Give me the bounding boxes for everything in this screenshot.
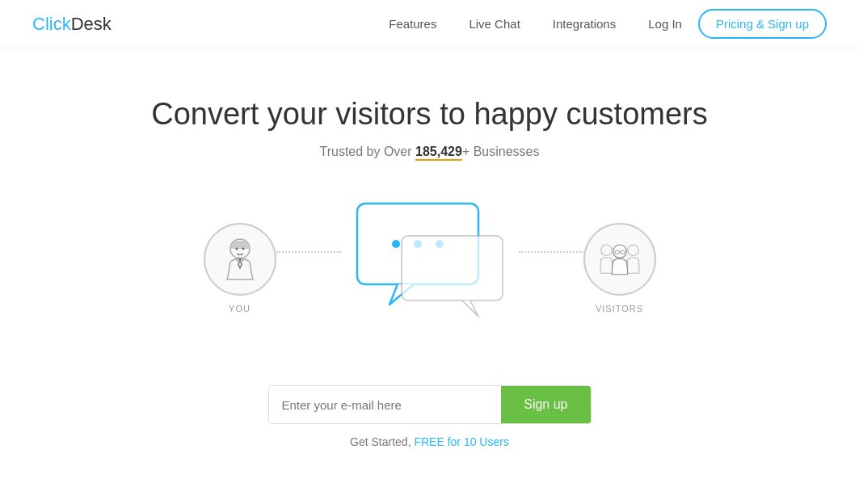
visitors-icon bbox=[596, 231, 644, 288]
navbar: ClickDesk Features Live Chat Integration… bbox=[0, 0, 859, 48]
subtitle-number: 185,429 bbox=[415, 145, 462, 161]
visitors-container: VISITORS bbox=[583, 223, 656, 313]
get-started-text: Get Started, FREE for 10 Users bbox=[350, 435, 509, 448]
chat-bubble-svg bbox=[349, 200, 511, 337]
logo-click: Click bbox=[32, 14, 71, 34]
you-container: YOU bbox=[204, 223, 276, 313]
hero-subtitle: Trusted by Over 185,429+ Businesses bbox=[319, 145, 539, 159]
signup-form: Sign up bbox=[268, 385, 592, 424]
chat-bubble-area bbox=[349, 200, 511, 337]
visitors-label: VISITORS bbox=[596, 304, 643, 313]
logo[interactable]: ClickDesk bbox=[32, 14, 112, 35]
you-avatar bbox=[204, 223, 276, 296]
nav-links: Features Live Chat Integrations bbox=[389, 17, 616, 31]
you-person-icon bbox=[216, 231, 264, 288]
free-users-link[interactable]: FREE for 10 Users bbox=[414, 435, 508, 448]
signup-button[interactable]: Sign up bbox=[501, 386, 590, 423]
nav-login[interactable]: Log In bbox=[648, 17, 682, 31]
nav-features[interactable]: Features bbox=[389, 17, 436, 31]
illustration: YOU bbox=[147, 200, 713, 337]
email-input[interactable] bbox=[269, 386, 502, 423]
svg-point-5 bbox=[392, 240, 400, 248]
nav-integrations[interactable]: Integrations bbox=[553, 17, 616, 31]
svg-point-1 bbox=[235, 248, 238, 250]
svg-rect-8 bbox=[402, 236, 503, 300]
dotted-line-left bbox=[276, 251, 341, 253]
svg-point-10 bbox=[627, 245, 638, 256]
nav-livechat[interactable]: Live Chat bbox=[469, 17, 520, 31]
you-label: YOU bbox=[229, 304, 251, 313]
subtitle-prefix: Trusted by Over bbox=[319, 145, 415, 158]
dotted-line-right bbox=[519, 251, 583, 253]
subtitle-suffix: + Businesses bbox=[462, 145, 540, 158]
hero-title: Convert your visitors to happy customers bbox=[151, 97, 708, 132]
svg-point-9 bbox=[600, 245, 612, 256]
logo-desk: Desk bbox=[71, 14, 112, 34]
hero-section: Convert your visitors to happy customers… bbox=[0, 48, 859, 481]
nav-signup-button[interactable]: Pricing & Sign up bbox=[698, 9, 827, 39]
get-started-prefix: Get Started, bbox=[350, 435, 414, 448]
visitors-avatar bbox=[583, 223, 656, 296]
svg-point-2 bbox=[242, 248, 244, 250]
